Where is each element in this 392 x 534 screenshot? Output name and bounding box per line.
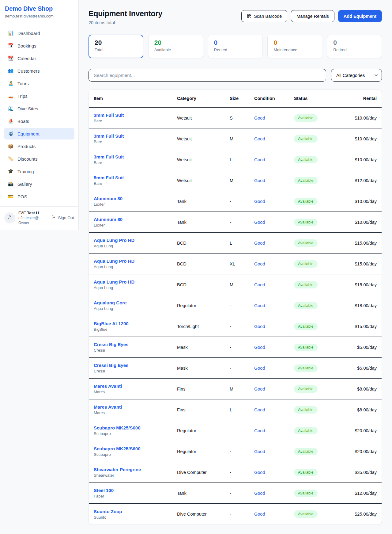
table-row: Mares AvantiMaresFinsMGoodAvailable$8.00… xyxy=(89,379,382,399)
stat-card-retired[interactable]: 0Retired xyxy=(327,35,382,58)
rental-cell: $15.00/day xyxy=(348,261,377,266)
condition-link[interactable]: Good xyxy=(254,449,265,454)
item-brand: Bare xyxy=(94,139,177,144)
sidebar-item-label: Products xyxy=(17,144,36,149)
stat-card-available[interactable]: 20Available xyxy=(148,35,203,58)
stat-label: Rented xyxy=(214,48,257,52)
size-cell: - xyxy=(230,428,254,433)
user-email: e2e-tester@... xyxy=(18,216,48,220)
item-name-link[interactable]: Steel 100 xyxy=(94,488,177,493)
sidebar-item-training[interactable]: 🎓Training xyxy=(4,166,74,177)
size-cell: L xyxy=(230,407,254,412)
sidebar-item-discounts[interactable]: 🏷️Discounts xyxy=(4,153,74,165)
category-cell: BCD xyxy=(177,282,230,287)
item-name-link[interactable]: Scubapro MK25/S600 xyxy=(94,425,177,430)
item-name-link[interactable]: Mares Avanti xyxy=(94,383,177,389)
stat-label: Available xyxy=(154,48,197,52)
status-badge: Available xyxy=(294,260,318,268)
sidebar-item-label: Discounts xyxy=(17,156,38,162)
condition-link[interactable]: Good xyxy=(254,345,265,350)
stat-label: Maintenance xyxy=(273,48,316,52)
item-cell: 3mm Full SuitBare xyxy=(94,113,177,123)
item-name-link[interactable]: Cressi Big Eyes xyxy=(94,363,177,368)
manage-rentals-button[interactable]: Manage Rentals xyxy=(291,10,334,22)
sidebar-item-products[interactable]: 📦Products xyxy=(4,140,74,152)
sidebar-item-gallery[interactable]: 📸Gallery xyxy=(4,178,74,190)
stat-card-total[interactable]: 20Total xyxy=(89,35,143,58)
category-select-wrap: All Categories xyxy=(331,69,382,82)
condition-link[interactable]: Good xyxy=(254,407,265,412)
category-select[interactable]: All Categories xyxy=(331,69,382,82)
sidebar-item-boats[interactable]: ⛵Boats xyxy=(4,115,74,127)
condition-link[interactable]: Good xyxy=(254,387,265,391)
sidebar-item-trips[interactable]: 🚤Trips xyxy=(4,90,74,102)
item-name-link[interactable]: Suunto Zoop xyxy=(94,509,177,514)
sidebar-item-label: Dashboard xyxy=(17,31,40,36)
item-name-link[interactable]: 3mm Full Suit xyxy=(94,133,177,139)
item-name-link[interactable]: Aqua Lung Pro HD xyxy=(94,258,177,264)
item-cell: Aqua Lung Pro HDAqua Lung xyxy=(94,279,177,290)
status-badge: Available xyxy=(294,135,318,143)
condition-link[interactable]: Good xyxy=(254,512,265,517)
sidebar-item-customers[interactable]: 👥Customers xyxy=(4,65,74,77)
add-equipment-button[interactable]: Add Equipment xyxy=(338,10,382,22)
dashboard-icon: 📊 xyxy=(8,30,14,36)
sidebar-item-pos[interactable]: 💳POS xyxy=(4,191,74,202)
item-brand: Cressi xyxy=(94,348,177,353)
size-cell: - xyxy=(230,491,254,496)
sign-out-button[interactable]: Sign Out xyxy=(51,215,74,221)
sidebar-item-bookings[interactable]: 📅Bookings xyxy=(4,40,74,51)
add-equipment-label: Add Equipment xyxy=(344,14,376,19)
condition-link[interactable]: Good xyxy=(254,303,265,308)
condition-link[interactable]: Good xyxy=(254,470,265,475)
condition-link[interactable]: Good xyxy=(254,116,265,120)
condition-link[interactable]: Good xyxy=(254,220,265,225)
stat-value: 0 xyxy=(214,39,257,46)
sidebar-item-dashboard[interactable]: 📊Dashboard xyxy=(4,27,74,39)
category-cell: Regulator xyxy=(177,428,230,433)
rental-cell: $5.00/day xyxy=(348,366,377,371)
condition-link[interactable]: Good xyxy=(254,178,265,183)
item-name-link[interactable]: 3mm Full Suit xyxy=(94,113,177,118)
sidebar-item-equipment[interactable]: 🤿Equipment xyxy=(4,128,74,139)
user-role: Owner xyxy=(18,221,48,225)
manage-rentals-label: Manage Rentals xyxy=(296,14,329,19)
item-name-link[interactable]: Aqualung Core xyxy=(94,300,177,305)
search-input[interactable] xyxy=(89,69,326,82)
sidebar-item-dive-sites[interactable]: 🌊Dive Sites xyxy=(4,103,74,114)
condition-link[interactable]: Good xyxy=(254,261,265,266)
condition-link[interactable]: Good xyxy=(254,199,265,204)
filter-row: All Categories xyxy=(89,69,382,82)
item-name-link[interactable]: Aluminum 80 xyxy=(94,196,177,201)
item-name-link[interactable]: Aqua Lung Pro HD xyxy=(94,238,177,243)
condition-link[interactable]: Good xyxy=(254,136,265,141)
table-row: Cressi Big EyesCressiMask-GoodAvailable$… xyxy=(89,337,382,358)
stat-card-maintenance[interactable]: 0Maintenance xyxy=(267,35,322,58)
item-name-link[interactable]: BigBlue AL1200 xyxy=(94,321,177,326)
item-name-link[interactable]: Cressi Big Eyes xyxy=(94,342,177,347)
scan-barcode-button[interactable]: Scan Barcode xyxy=(241,10,287,22)
condition-link[interactable]: Good xyxy=(254,241,265,246)
item-name-link[interactable]: 5mm Full Suit xyxy=(94,175,177,180)
brand: Demo Dive Shop demo.test.divestreams.com xyxy=(0,0,78,23)
sidebar-item-tours[interactable]: 🏝️Tours xyxy=(4,78,74,89)
item-name-link[interactable]: Aluminum 80 xyxy=(94,217,177,222)
size-cell: - xyxy=(230,345,254,350)
condition-link[interactable]: Good xyxy=(254,157,265,162)
column-header-condition: Condition xyxy=(254,96,294,101)
condition-link[interactable]: Good xyxy=(254,491,265,496)
item-name-link[interactable]: Mares Avanti xyxy=(94,404,177,410)
condition-link[interactable]: Good xyxy=(254,428,265,433)
condition-link[interactable]: Good xyxy=(254,324,265,329)
table-row: Aluminum 80LuxferTank-GoodAvailable$10.0… xyxy=(89,191,382,212)
sidebar-item-label: Equipment xyxy=(17,131,40,136)
condition-link[interactable]: Good xyxy=(254,282,265,287)
item-name-link[interactable]: 3mm Full Suit xyxy=(94,154,177,159)
item-name-link[interactable]: Shearwater Peregrine xyxy=(94,467,177,472)
condition-link[interactable]: Good xyxy=(254,366,265,371)
item-name-link[interactable]: Scubapro MK25/S600 xyxy=(94,446,177,451)
item-name-link[interactable]: Aqua Lung Pro HD xyxy=(94,279,177,284)
stat-card-rented[interactable]: 0Rented xyxy=(208,35,263,58)
sidebar-item-calendar[interactable]: 📆Calendar xyxy=(4,52,74,64)
rental-cell: $15.00/day xyxy=(348,241,377,246)
